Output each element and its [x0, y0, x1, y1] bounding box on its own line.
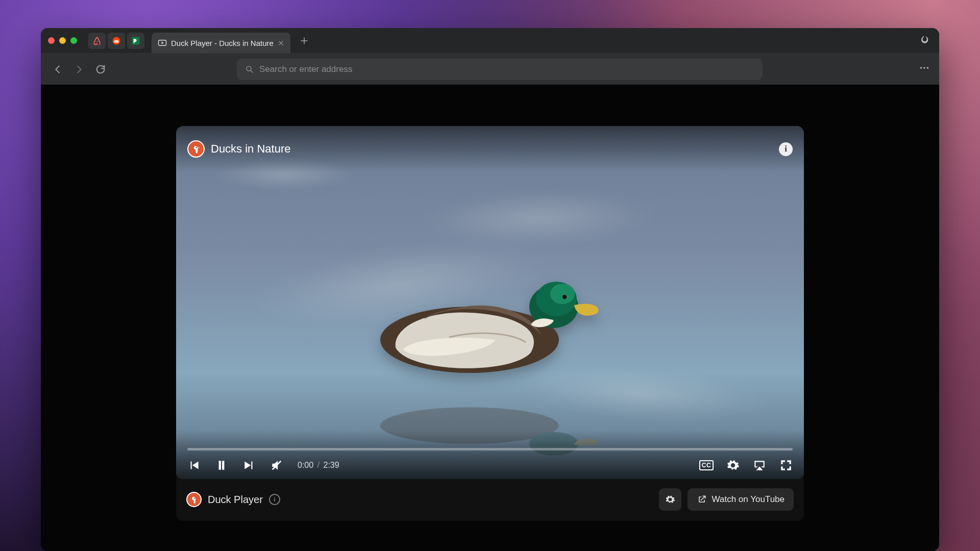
player-settings-button[interactable] — [659, 488, 681, 511]
video-info-button[interactable]: i — [779, 142, 793, 156]
duckduckgo-icon — [187, 140, 205, 158]
overflow-menu-button[interactable] — [919, 62, 930, 77]
back-button[interactable] — [50, 62, 65, 77]
svg-point-13 — [550, 284, 575, 304]
traffic-lights — [48, 37, 77, 44]
svg-point-9 — [927, 67, 929, 69]
svg-point-2 — [115, 41, 116, 42]
time-display: 0:00 / 2:39 — [298, 461, 339, 470]
chevron-right-icon — [74, 64, 85, 75]
duckplayer-tab-icon — [158, 38, 167, 47]
airplay-icon — [753, 459, 766, 472]
video-controls: 0:00 / 2:39 CC — [176, 431, 804, 479]
volume-muted-icon — [270, 457, 283, 473]
duckduckgo-footer-icon — [186, 492, 202, 507]
duration: 2:39 — [324, 461, 339, 469]
pause-button[interactable] — [215, 459, 228, 472]
settings-button[interactable] — [726, 459, 740, 472]
player-info-button[interactable]: i — [269, 494, 280, 505]
flame-icon — [919, 34, 929, 45]
player-footer: Duck Player i Watch on YouTube — [176, 479, 804, 513]
plus-icon — [300, 36, 309, 45]
pinned-tab-reddit[interactable] — [108, 33, 125, 49]
watch-on-youtube-label: Watch on YouTube — [712, 494, 785, 505]
previous-button[interactable] — [187, 459, 201, 472]
svg-point-3 — [117, 41, 118, 42]
toolbar — [41, 54, 939, 85]
tab-title: Duck Player - Ducks in Nature — [171, 39, 274, 47]
watch-on-youtube-button[interactable]: Watch on YouTube — [688, 488, 794, 511]
reddit-icon — [112, 36, 121, 45]
player-name: Duck Player — [208, 494, 263, 506]
pinned-tab-airbnb[interactable] — [88, 33, 106, 49]
page-content: Ducks in Nature i — [41, 85, 939, 551]
next-button[interactable] — [242, 459, 256, 472]
progress-bar[interactable] — [187, 448, 793, 450]
current-time: 0:00 — [298, 461, 313, 469]
search-icon — [245, 65, 254, 74]
fullscreen-button[interactable] — [779, 459, 793, 472]
zoom-window-button[interactable] — [70, 37, 77, 44]
tab-close-icon[interactable] — [278, 40, 284, 46]
close-window-button[interactable] — [48, 37, 55, 44]
address-bar[interactable] — [237, 59, 763, 80]
gear-icon — [665, 494, 675, 505]
svg-point-8 — [923, 67, 925, 69]
captions-button[interactable]: CC — [700, 459, 713, 472]
chevron-left-icon — [52, 64, 63, 75]
active-tab[interactable]: Duck Player - Ducks in Nature — [152, 33, 290, 53]
svg-point-18 — [196, 147, 197, 148]
address-input[interactable] — [259, 64, 754, 74]
player-card: Ducks in Nature i — [176, 126, 804, 521]
pause-icon — [215, 459, 228, 472]
browser-window: Duck Player - Ducks in Nature — [41, 28, 939, 551]
forward-button[interactable] — [71, 62, 87, 77]
svg-point-7 — [920, 67, 922, 69]
fire-button[interactable] — [919, 34, 929, 47]
fullscreen-icon — [779, 459, 793, 472]
gear-icon — [726, 459, 740, 472]
video-frame-duck — [373, 258, 607, 383]
pinned-tabs — [88, 33, 144, 49]
cc-icon: CC — [699, 460, 714, 470]
reload-button[interactable] — [93, 62, 108, 77]
external-link-icon — [697, 494, 707, 505]
video-title: Ducks in Nature — [211, 142, 291, 156]
svg-point-20 — [194, 498, 195, 499]
pinned-tab-piedpiper[interactable] — [127, 33, 144, 49]
reload-icon — [95, 64, 106, 75]
dots-horizontal-icon — [919, 62, 930, 73]
airbnb-icon — [92, 36, 102, 45]
video-area[interactable]: Ducks in Nature i — [176, 126, 804, 479]
new-tab-button[interactable] — [297, 33, 312, 48]
pied-piper-icon — [131, 36, 140, 45]
minimize-window-button[interactable] — [59, 37, 66, 44]
video-top-overlay: Ducks in Nature i — [176, 126, 804, 172]
titlebar: Duck Player - Ducks in Nature — [41, 28, 939, 54]
airplay-button[interactable] — [753, 459, 766, 472]
svg-point-14 — [562, 295, 567, 299]
svg-point-6 — [247, 66, 251, 71]
skip-previous-icon — [187, 459, 201, 472]
skip-next-icon — [242, 459, 256, 472]
mute-button[interactable] — [270, 459, 283, 472]
